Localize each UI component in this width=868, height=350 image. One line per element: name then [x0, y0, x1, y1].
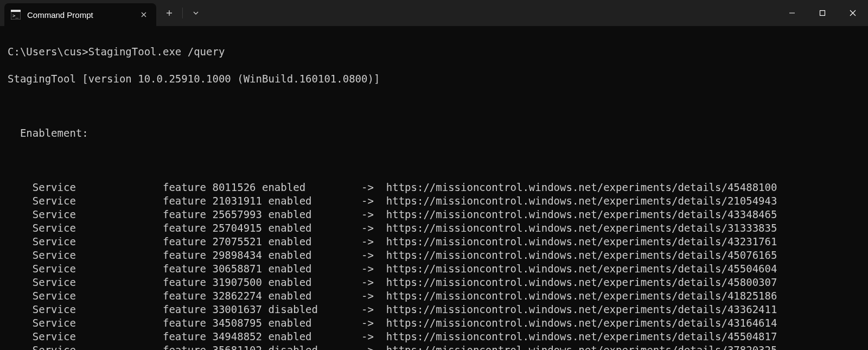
output-row: Servicefeature 21031911 enabled-> https:…	[8, 194, 860, 208]
row-feature: feature 25657993 enabled	[163, 208, 361, 221]
arrow-icon: ->	[361, 289, 386, 303]
maximize-button[interactable]	[807, 0, 838, 26]
row-source: Service	[8, 262, 163, 276]
minimize-button[interactable]	[777, 0, 807, 26]
row-feature: feature 32862274 enabled	[163, 289, 361, 303]
row-source: Service	[8, 276, 163, 289]
section-header: Enablement:	[8, 126, 860, 140]
row-feature: feature 30658871 enabled	[163, 262, 361, 276]
output-row: Servicefeature 31907500 enabled-> https:…	[8, 276, 860, 289]
output-row: Servicefeature 25657993 enabled-> https:…	[8, 208, 860, 221]
arrow-icon: ->	[361, 262, 386, 276]
row-source: Service	[8, 316, 163, 330]
row-source: Service	[8, 330, 163, 343]
row-source: Service	[8, 194, 163, 208]
row-source: Service	[8, 289, 163, 303]
tab-title: Command Prompt	[27, 10, 132, 20]
row-feature: feature 25704915 enabled	[163, 221, 361, 235]
output-row: Servicefeature 34948852 enabled-> https:…	[8, 330, 860, 343]
prompt-path: C:\Users\cus>	[8, 46, 88, 58]
new-tab-button[interactable]	[156, 0, 182, 26]
arrow-icon: ->	[361, 221, 386, 235]
row-feature: feature 27075521 enabled	[163, 235, 361, 249]
arrow-icon: ->	[361, 316, 386, 330]
row-feature: feature 33001637 disabled	[163, 303, 361, 316]
arrow-icon: ->	[361, 330, 386, 343]
arrow-icon: ->	[361, 343, 386, 350]
arrow-icon: ->	[361, 249, 386, 262]
output-row: Servicefeature 30658871 enabled-> https:…	[8, 262, 860, 276]
output-row: Servicefeature 8011526 enabled-> https:/…	[8, 181, 860, 194]
svg-text:>_: >_	[12, 13, 18, 18]
output-row: Servicefeature 32862274 enabled-> https:…	[8, 289, 860, 303]
version-line: StagingTool [version 10.0.25910.1000 (Wi…	[8, 72, 860, 86]
row-source: Service	[8, 235, 163, 249]
row-source: Service	[8, 249, 163, 262]
row-feature: feature 35681102 disabled	[163, 343, 361, 350]
row-source: Service	[8, 221, 163, 235]
arrow-icon: ->	[361, 181, 386, 194]
output-row: Servicefeature 25704915 enabled-> https:…	[8, 221, 860, 235]
tab-active[interactable]: >_ Command Prompt	[4, 3, 156, 26]
row-url: https://missioncontrol.windows.net/exper…	[386, 181, 777, 193]
cmd-icon: >_	[11, 10, 21, 20]
close-window-button[interactable]	[838, 0, 868, 26]
row-feature: feature 34508795 enabled	[163, 316, 361, 330]
row-url: https://missioncontrol.windows.net/exper…	[386, 195, 777, 207]
row-url: https://missioncontrol.windows.net/exper…	[386, 208, 777, 220]
tab-dropdown-button[interactable]	[183, 0, 209, 26]
titlebar: >_ Command Prompt	[0, 0, 868, 26]
window-controls	[777, 0, 868, 26]
prompt-command: StagingTool.exe /query	[88, 46, 225, 58]
row-feature: feature 34948852 enabled	[163, 330, 361, 343]
tab-close-button[interactable]	[139, 10, 149, 20]
prompt-line: C:\Users\cus>StagingTool.exe /query	[8, 45, 860, 59]
arrow-icon: ->	[361, 208, 386, 221]
output-row: Servicefeature 27075521 enabled-> https:…	[8, 235, 860, 249]
arrow-icon: ->	[361, 194, 386, 208]
svg-rect-1	[11, 10, 21, 12]
svg-rect-3	[820, 11, 825, 16]
row-url: https://missioncontrol.windows.net/exper…	[386, 276, 777, 288]
terminal-output[interactable]: C:\Users\cus>StagingTool.exe /query Stag…	[0, 26, 868, 350]
row-url: https://missioncontrol.windows.net/exper…	[386, 317, 777, 329]
row-url: https://missioncontrol.windows.net/exper…	[386, 222, 777, 234]
row-source: Service	[8, 343, 163, 350]
row-feature: feature 29898434 enabled	[163, 249, 361, 262]
arrow-icon: ->	[361, 276, 386, 289]
row-url: https://missioncontrol.windows.net/exper…	[386, 344, 777, 350]
row-source: Service	[8, 208, 163, 221]
row-feature: feature 31907500 enabled	[163, 276, 361, 289]
arrow-icon: ->	[361, 303, 386, 316]
row-url: https://missioncontrol.windows.net/exper…	[386, 263, 777, 275]
row-url: https://missioncontrol.windows.net/exper…	[386, 330, 777, 342]
row-source: Service	[8, 303, 163, 316]
row-url: https://missioncontrol.windows.net/exper…	[386, 303, 777, 315]
row-feature: feature 8011526 enabled	[163, 181, 361, 194]
output-row: Servicefeature 35681102 disabled-> https…	[8, 343, 860, 350]
row-url: https://missioncontrol.windows.net/exper…	[386, 249, 777, 261]
output-row: Servicefeature 29898434 enabled-> https:…	[8, 249, 860, 262]
titlebar-drag-region[interactable]	[209, 0, 777, 26]
output-row: Servicefeature 34508795 enabled-> https:…	[8, 316, 860, 330]
row-url: https://missioncontrol.windows.net/exper…	[386, 236, 777, 247]
output-row: Servicefeature 33001637 disabled-> https…	[8, 303, 860, 316]
row-feature: feature 21031911 enabled	[163, 194, 361, 208]
row-source: Service	[8, 181, 163, 194]
row-url: https://missioncontrol.windows.net/exper…	[386, 290, 777, 302]
arrow-icon: ->	[361, 235, 386, 249]
